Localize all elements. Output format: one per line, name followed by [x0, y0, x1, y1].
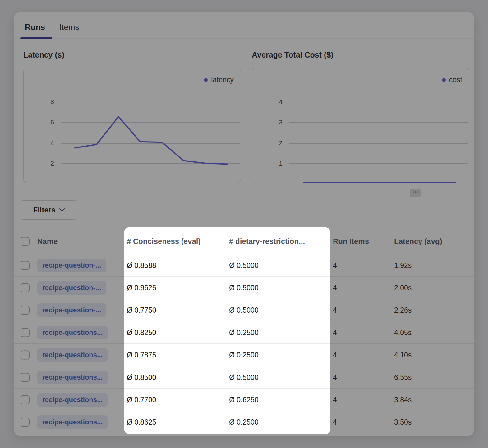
cost-chart: 4 3 2 1 cost: [252, 68, 469, 183]
header-run-items: Run Items: [333, 237, 369, 246]
latency-cell: 2.26s: [394, 306, 412, 314]
run-items-cell: 4: [333, 261, 337, 269]
latency-cell: 3.84s: [394, 395, 412, 404]
run-name-badge[interactable]: recipe-question-...: [37, 259, 106, 272]
run-items-cell: 4: [333, 306, 337, 314]
row-checkbox[interactable]: [21, 306, 30, 315]
row-checkbox[interactable]: [21, 418, 30, 427]
dietary-cell: Ø 0.6250: [229, 395, 259, 404]
latency-cell: 2.00s: [394, 283, 412, 292]
latency-cell: 4.05s: [394, 328, 412, 337]
run-items-cell: 4: [333, 351, 337, 359]
run-items-cell: 4: [333, 395, 337, 404]
filters-label: Filters: [33, 206, 55, 214]
run-items-cell: 4: [333, 328, 337, 337]
row-checkbox[interactable]: [21, 373, 30, 382]
drag-dot-icon: [413, 194, 414, 195]
run-items-cell: 4: [333, 373, 337, 381]
run-name-badge[interactable]: recipe-question-...: [37, 281, 106, 295]
drag-dot-icon: [417, 194, 418, 195]
conciseness-cell: Ø 0.9625: [127, 283, 156, 292]
latency-chart: 8 6 4 2 latency: [23, 68, 241, 183]
dietary-cell: Ø 0.5000: [229, 261, 259, 269]
dietary-cell: Ø 0.5000: [229, 306, 259, 314]
table-row[interactable]: recipe-question-... Ø 0.8588 Ø 0.5000 4 …: [14, 254, 474, 277]
select-all-checkbox[interactable]: [21, 237, 30, 246]
row-checkbox[interactable]: [21, 261, 30, 270]
row-checkbox[interactable]: [21, 350, 30, 359]
run-name-badge[interactable]: recipe-questions...: [37, 371, 108, 384]
dietary-cell: Ø 0.5000: [229, 373, 259, 381]
run-items-cell: 4: [333, 283, 337, 292]
table-row[interactable]: recipe-questions... Ø 0.8625 Ø 0.2500 4 …: [14, 411, 474, 433]
tab-runs[interactable]: Runs: [25, 22, 45, 32]
header-conciseness: # Conciseness (eval): [127, 237, 200, 246]
table-header: Name # Conciseness (eval) # dietary-rest…: [14, 229, 474, 254]
table-row[interactable]: recipe-question-... Ø 0.9625 Ø 0.5000 4 …: [14, 277, 474, 299]
latency-cell: 1.92s: [394, 261, 412, 269]
latency-cell: 4.10s: [394, 351, 412, 359]
dietary-cell: Ø 0.2500: [229, 418, 259, 427]
conciseness-cell: Ø 0.8500: [127, 373, 156, 381]
dietary-cell: Ø 0.5000: [229, 283, 259, 292]
row-checkbox[interactable]: [21, 395, 30, 404]
cost-chart-title: Average Total Cost ($): [252, 50, 334, 59]
latency-line-chart: [24, 68, 241, 183]
table-row[interactable]: recipe-questions... Ø 0.8500 Ø 0.5000 4 …: [14, 366, 474, 389]
latency-line: [75, 117, 227, 164]
latency-cell: 6.55s: [394, 373, 412, 381]
tab-items[interactable]: Items: [59, 22, 79, 32]
run-name-badge[interactable]: recipe-questions...: [37, 415, 108, 429]
table-row[interactable]: recipe-questions... Ø 0.8250 Ø 0.2500 4 …: [14, 321, 474, 344]
chevron-down-icon: [59, 206, 65, 212]
drag-dot-icon: [415, 191, 416, 193]
table-body: recipe-question-... Ø 0.8588 Ø 0.5000 4 …: [14, 254, 474, 433]
latency-chart-title: Latency (s): [23, 50, 64, 59]
runs-panel: Runs Items Latency (s) Average Total Cos…: [14, 12, 474, 436]
run-items-cell: 4: [333, 418, 337, 427]
filters-button[interactable]: Filters: [20, 200, 77, 220]
drag-dot-icon: [415, 194, 416, 195]
dietary-cell: Ø 0.2500: [229, 351, 259, 359]
cost-line-chart: [252, 68, 470, 183]
table-row[interactable]: recipe-questions... Ø 0.7700 Ø 0.6250 4 …: [14, 389, 474, 411]
header-name: Name: [37, 237, 58, 246]
drag-handle[interactable]: [410, 189, 421, 197]
conciseness-cell: Ø 0.8625: [127, 418, 156, 427]
active-tab-underline: [20, 37, 52, 39]
conciseness-cell: Ø 0.8588: [127, 261, 156, 269]
header-dietary: # dietary-restriction...: [229, 237, 305, 246]
drag-dot-icon: [417, 191, 418, 193]
row-checkbox[interactable]: [21, 328, 30, 337]
row-checkbox[interactable]: [21, 283, 30, 292]
header-latency: Latency (avg): [394, 237, 442, 246]
dietary-cell: Ø 0.2500: [229, 328, 259, 337]
conciseness-cell: Ø 0.7875: [127, 351, 156, 359]
conciseness-cell: Ø 0.8250: [127, 328, 156, 337]
conciseness-cell: Ø 0.7750: [127, 306, 156, 314]
tabbar-divider: [14, 38, 474, 39]
table-row[interactable]: recipe-questions... Ø 0.7875 Ø 0.2500 4 …: [14, 344, 474, 366]
table-row[interactable]: recipe-question-... Ø 0.7750 Ø 0.5000 4 …: [14, 299, 474, 321]
run-name-badge[interactable]: recipe-question-...: [37, 303, 106, 317]
tab-bar: Runs Items: [25, 22, 79, 32]
run-name-badge[interactable]: recipe-questions...: [37, 393, 108, 407]
conciseness-cell: Ø 0.7700: [127, 395, 156, 404]
run-name-badge[interactable]: recipe-questions...: [37, 326, 108, 339]
latency-cell: 3.50s: [394, 418, 412, 427]
run-name-badge[interactable]: recipe-questions...: [37, 348, 108, 362]
drag-dot-icon: [413, 191, 414, 193]
